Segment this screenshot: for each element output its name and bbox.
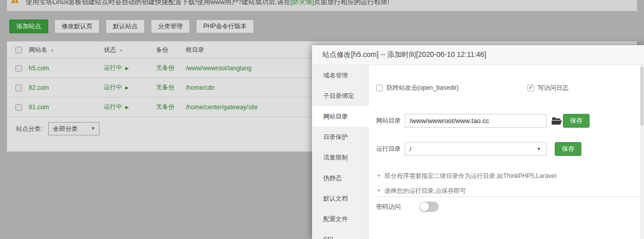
- modal-sidebar-item[interactable]: 默认文档: [312, 188, 368, 209]
- site-dir-label: 网站目录: [376, 114, 401, 128]
- modal-sidebar-item[interactable]: 子目录绑定: [312, 86, 368, 106]
- site-root-path[interactable]: /home/cdn: [186, 84, 214, 91]
- toolbar-button[interactable]: 添加站点: [9, 19, 48, 33]
- column-header-name-label: 网站名: [29, 46, 47, 53]
- row-checkbox[interactable]: [15, 85, 22, 91]
- open-basedir-label: 防跨站攻击(open_basedir): [386, 84, 459, 92]
- modal-sidebar-item[interactable]: 配置文件: [312, 209, 368, 229]
- site-name-link[interactable]: 82.com: [29, 84, 49, 91]
- play-icon[interactable]: ▶: [125, 66, 129, 71]
- column-header-backup: 备份: [156, 46, 186, 54]
- tips-list: 部分程序需要指定二级目录作为运行目录,如ThinkPHP5,Laravel 选择…: [378, 172, 556, 202]
- notice-text: 使用宝塔Linux面板创建站点时会自动的创建快捷配置下载!使用www用户?建站成…: [26, 0, 389, 7]
- play-icon[interactable]: ▶: [125, 105, 129, 110]
- save-run-dir-button[interactable]: 保存: [555, 142, 581, 156]
- site-status-link[interactable]: 运行中: [104, 64, 122, 71]
- site-status-link[interactable]: 运行中: [104, 103, 122, 110]
- column-header-status-label: 状态: [104, 46, 116, 53]
- site-backup-link[interactable]: 无备份: [156, 64, 174, 71]
- toolbar-button[interactable]: 修改默认页: [54, 19, 100, 33]
- site-name-link[interactable]: h5.com: [29, 65, 49, 72]
- modal-title: 站点修改[h5.com] -- 添加时间[2020-06-10 12:11:46…: [312, 45, 644, 65]
- toolbar-button[interactable]: PHP命令行版本: [196, 19, 254, 33]
- toolbar-button[interactable]: 默认站点: [106, 19, 145, 33]
- notice-text-post: 页面放行相应的运行权限!: [314, 0, 389, 6]
- modal-body: 域名管理 子目录绑定 网站目录 目录保护 流量限制 伪静态 默认文档 配置文件 …: [312, 65, 644, 239]
- folder-icon[interactable]: [552, 116, 562, 127]
- column-header-status[interactable]: 状态▲: [104, 46, 156, 54]
- caret-down-icon: ▼: [537, 143, 541, 155]
- category-filter-row: 站点分类: 全部分类 ▼: [16, 122, 100, 136]
- site-backup-link[interactable]: 无备份: [156, 84, 174, 91]
- modal-sidebar-item[interactable]: SSL: [312, 229, 368, 239]
- site-name-link[interactable]: 81.com: [29, 104, 49, 111]
- open-basedir-group: 防跨站攻击(open_basedir): [376, 84, 459, 92]
- category-filter-label: 站点分类:: [16, 125, 42, 133]
- open-basedir-checkbox[interactable]: [376, 85, 383, 91]
- password-access-label: 密码访问: [376, 200, 401, 214]
- modal-sidebar-item[interactable]: 域名管理: [312, 65, 368, 86]
- run-dir-select-value: /: [409, 145, 412, 153]
- row-checkbox[interactable]: [15, 104, 22, 111]
- access-log-checkbox[interactable]: [528, 85, 534, 91]
- modal-scrollbar[interactable]: [640, 65, 644, 239]
- notice-link[interactable]: [防火墙]: [290, 0, 314, 6]
- select-all-checkbox[interactable]: [15, 47, 22, 53]
- dashed-divider: [376, 196, 639, 197]
- site-status-link[interactable]: 运行中: [104, 84, 122, 91]
- caret-down-icon: ▼: [91, 123, 95, 135]
- site-edit-modal: 站点修改[h5.com] -- 添加时间[2020-06-10 12:11:46…: [312, 45, 644, 239]
- notice-bar: 使用宝塔Linux面板创建站点时会自动的创建快捷配置下载!使用www用户?建站成…: [7, 0, 637, 11]
- modal-content: 防跨站攻击(open_basedir) 写访问日志 网站目录 保存 运行目录 /…: [368, 65, 644, 239]
- column-header-name[interactable]: 网站名▲: [29, 46, 104, 54]
- tip-item: 选择您的运行目录,点保存即可: [378, 187, 556, 195]
- access-log-label: 写访问日志: [538, 84, 569, 92]
- toolbar: 添加站点 修改默认页 默认站点 分类管理 PHP命令行版本: [9, 19, 254, 33]
- modal-sidebar-item[interactable]: 伪静态: [312, 168, 368, 188]
- category-select[interactable]: 全部分类 ▼: [48, 122, 100, 135]
- sort-asc-icon[interactable]: ▲: [119, 48, 123, 52]
- tip-item: 部分程序需要指定二级目录作为运行目录,如ThinkPHP5,Laravel: [378, 172, 556, 181]
- modal-sidebar-item[interactable]: 流量限制: [312, 147, 368, 168]
- run-dir-select[interactable]: / ▼: [405, 142, 547, 156]
- warning-icon: [11, 0, 19, 5]
- sort-asc-icon[interactable]: ▲: [50, 48, 54, 52]
- site-dir-input[interactable]: [405, 114, 547, 128]
- modal-sidebar-item[interactable]: 网站目录: [312, 106, 368, 127]
- access-log-group: 写访问日志: [528, 84, 569, 92]
- run-dir-label: 运行目录: [376, 142, 401, 156]
- row-checkbox[interactable]: [15, 65, 22, 72]
- save-site-dir-button[interactable]: 保存: [563, 114, 590, 128]
- site-root-path[interactable]: /www/wwwroot/langlang: [186, 65, 251, 72]
- category-select-value: 全部分类: [53, 125, 77, 132]
- notice-text-pre: 使用宝塔Linux面板创建站点时会自动的创建快捷配置下载!使用www用户?建站成…: [26, 0, 290, 6]
- play-icon[interactable]: ▶: [125, 85, 129, 90]
- site-root-path[interactable]: /home/center/gateway/site: [186, 104, 258, 111]
- modal-sidebar-item[interactable]: 目录保护: [312, 127, 368, 147]
- toolbar-button[interactable]: 分类管理: [151, 19, 190, 33]
- toggle-knob: [420, 202, 429, 211]
- site-backup-link[interactable]: 无备份: [156, 103, 174, 110]
- password-access-toggle[interactable]: [419, 202, 439, 212]
- scrollbar-thumb[interactable]: [640, 67, 643, 126]
- modal-sidebar: 域名管理 子目录绑定 网站目录 目录保护 流量限制 伪静态 默认文档 配置文件 …: [312, 65, 368, 239]
